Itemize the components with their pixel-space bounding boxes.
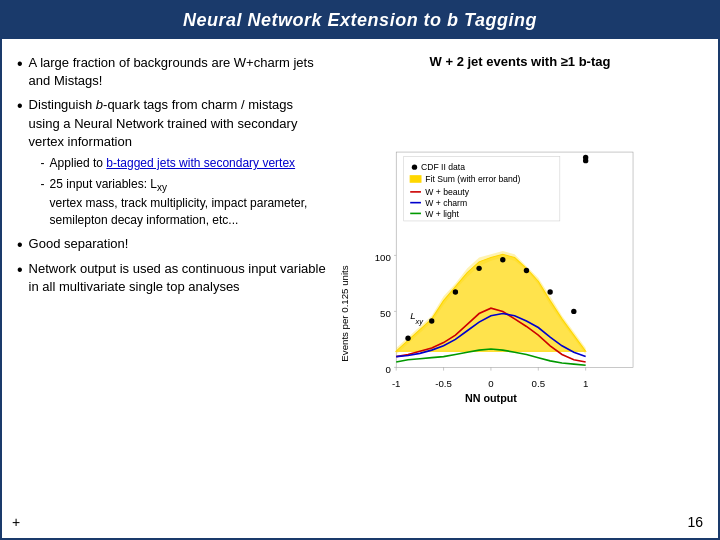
svg-text:Events per 0.125 units: Events per 0.125 units	[339, 265, 350, 361]
svg-point-22	[429, 318, 434, 323]
svg-text:0.5: 0.5	[532, 378, 545, 389]
page-number: 16	[687, 514, 703, 530]
svg-text:NN output: NN output	[465, 392, 517, 404]
bullet-4-text: Network output is used as continuous inp…	[29, 260, 327, 296]
chart-title: W + 2 jet events with ≥1 b-tag	[430, 54, 611, 69]
bullet-dot-1: •	[17, 54, 23, 90]
bullet-4: • Network output is used as continuous i…	[17, 260, 327, 296]
sub-bullet-2-text: 25 input variables: Lxy vertex mass, tra…	[50, 176, 327, 229]
sub-dash-2: -	[41, 176, 45, 229]
bottom-left-plus: +	[12, 514, 20, 530]
svg-text:100: 100	[375, 252, 391, 263]
svg-text:1: 1	[583, 378, 588, 389]
sub-bullet-1-text: Applied to b-tagged jets with secondary …	[50, 155, 295, 172]
svg-text:W + charm: W + charm	[425, 198, 467, 208]
chart-svg: Events per 0.125 units 0 50 100 -1 -0.5 …	[337, 74, 703, 510]
bullet-dot-4: •	[17, 260, 23, 296]
svg-point-25	[500, 257, 505, 262]
right-panel: W + 2 jet events with ≥1 b-tag Events pe…	[337, 49, 703, 510]
bullet-1: • A large fraction of backgrounds are W+…	[17, 54, 327, 90]
sub-bullet-2: - 25 input variables: Lxy vertex mass, t…	[41, 176, 327, 229]
svg-point-33	[412, 164, 417, 169]
lxy-label: Lxy	[150, 177, 167, 191]
svg-point-28	[571, 309, 576, 314]
svg-text:W + beauty: W + beauty	[425, 187, 469, 197]
svg-text:-1: -1	[392, 378, 401, 389]
slide-container: Neural Network Extension to b Tagging • …	[0, 0, 720, 540]
svg-point-27	[547, 289, 552, 294]
svg-text:W + light: W + light	[425, 209, 459, 219]
bullet-1-text: A large fraction of backgrounds are W+ch…	[29, 54, 327, 90]
bullet-2: • Distinguish b-quark tags from charm / …	[17, 96, 327, 228]
sub-bullets: - Applied to b-tagged jets with secondar…	[41, 155, 327, 229]
chart-container: Events per 0.125 units 0 50 100 -1 -0.5 …	[337, 74, 703, 510]
slide-title: Neural Network Extension to b Tagging	[2, 2, 718, 39]
svg-point-30	[583, 158, 588, 163]
svg-point-24	[476, 266, 481, 271]
bullet-2-text: Distinguish b-quark tags from charm / mi…	[29, 97, 298, 148]
sub-dash-1: -	[41, 155, 45, 172]
bullet-3-text: Good separation!	[29, 235, 129, 254]
left-panel: • A large fraction of backgrounds are W+…	[17, 49, 327, 510]
content-area: • A large fraction of backgrounds are W+…	[2, 39, 718, 520]
sub-bullet-1: - Applied to b-tagged jets with secondar…	[41, 155, 327, 172]
svg-text:Fit Sum (with error band): Fit Sum (with error band)	[425, 174, 520, 184]
svg-point-23	[453, 289, 458, 294]
svg-text:0: 0	[488, 378, 493, 389]
title-text: Neural Network Extension to b Tagging	[183, 10, 537, 30]
bullet-dot-3: •	[17, 235, 23, 254]
svg-text:50: 50	[380, 308, 391, 319]
bullet-3: • Good separation!	[17, 235, 327, 254]
svg-text:-0.5: -0.5	[435, 378, 452, 389]
svg-point-26	[524, 268, 529, 273]
svg-rect-35	[410, 176, 421, 182]
svg-text:CDF II data: CDF II data	[421, 162, 465, 172]
bullet-dot-2: •	[17, 96, 23, 228]
svg-point-21	[405, 336, 410, 341]
bullet-2-content: Distinguish b-quark tags from charm / mi…	[29, 96, 327, 228]
svg-text:0: 0	[385, 364, 390, 375]
highlight-btagged: b-tagged jets with secondary vertex	[106, 156, 295, 170]
